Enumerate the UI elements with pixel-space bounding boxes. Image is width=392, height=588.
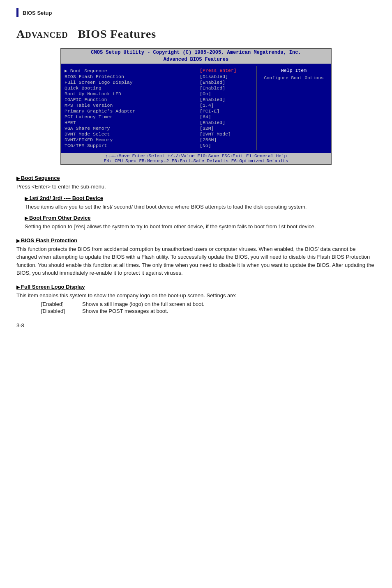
bios-row: MPS Table Version[1.4] xyxy=(65,103,253,108)
bios-row-label: BIOS Flash Protection xyxy=(65,74,200,79)
section-heading-boot-sequence: Boot Sequence xyxy=(16,175,376,181)
bios-row: Boot Up Num-Lock LED[On] xyxy=(65,91,253,96)
section-heading-bios-flash-protection: BIOS Flash Protection xyxy=(16,237,376,243)
setting-table-full-screen-logo: [Enabled]Shows a still image (logo) on t… xyxy=(41,301,376,314)
bios-row-label: Primary Graphic's Adapter xyxy=(65,108,200,114)
page-number: 3-8 xyxy=(16,322,376,328)
bios-row-value: [1.4] xyxy=(200,103,253,108)
setting-row: [Disabled]Shows the POST messages at boo… xyxy=(41,308,376,314)
bios-row-value: [256M] xyxy=(200,137,253,142)
bios-row-value: [Enabled] xyxy=(200,85,253,91)
bios-footer-line1: ↑↓→←:Move Enter:Select +/-/:Value F10:Sa… xyxy=(65,154,327,158)
bios-row: Quick Booting[Enabled] xyxy=(65,85,253,91)
bios-help-text: Configure Boot Options xyxy=(260,76,327,80)
bios-row: DVMT/FIXED Memory[256M] xyxy=(65,137,253,142)
header-accent xyxy=(16,8,18,17)
bios-row: DVMT Mode Select[DVMT Mode] xyxy=(65,131,253,137)
bios-row: VGA Share Memory[32M] xyxy=(65,126,253,131)
bios-row: Primary Graphic's Adapter[PCI-E] xyxy=(65,108,253,114)
setting-key: [Enabled] xyxy=(41,301,82,307)
bios-row: PCI Latency Timer[64] xyxy=(65,114,253,119)
bios-row: IOAPIC Function[Enabled] xyxy=(65,97,253,102)
sub-section-heading-boot-from-other: Boot From Other Device xyxy=(25,215,376,221)
bios-row-value: [Disabled] xyxy=(200,74,253,79)
bios-row-value: [On] xyxy=(200,91,253,96)
bios-row-value: [64] xyxy=(200,114,253,119)
bios-row-value: [PCI-E] xyxy=(200,108,253,114)
bios-row-value: [32M] xyxy=(200,126,253,131)
bios-screen: CMOS Setup Utility - Copyright (C) 1985-… xyxy=(60,48,332,165)
bios-row-value: [Enabled] xyxy=(200,97,253,102)
bios-row: Full Screen Logo Display[Enabled] xyxy=(65,80,253,85)
bios-row: HPET[Enabled] xyxy=(65,120,253,125)
bios-right-panel: Help Item Configure Boot Options xyxy=(257,66,331,150)
bios-row-label: TCG/TPM Support xyxy=(65,143,200,148)
bios-row-label: Quick Booting xyxy=(65,85,200,91)
bios-row-label: VGA Share Memory xyxy=(65,126,200,131)
setting-desc: Shows a still image (logo) on the full s… xyxy=(82,301,376,307)
page: BIOS Setup Advanced BIOS Features CMOS S… xyxy=(0,0,392,588)
bios-row-label: PCI Latency Timer xyxy=(65,114,200,119)
sub-section-text-boot-from-other: Setting the option to [Yes] allows the s… xyxy=(25,223,376,231)
bios-row-value: [Enabled] xyxy=(200,80,253,85)
sections-container: Boot SequencePress <Enter> to enter the … xyxy=(16,175,376,314)
page-title: Advanced BIOS Features xyxy=(16,28,376,41)
bios-footer-line2: F4: CPU Spec F5:Memory-2 F8:Fail-Safe De… xyxy=(65,158,327,163)
bios-row-label: HPET xyxy=(65,120,200,125)
bios-row-label: Full Screen Logo Display xyxy=(65,80,200,85)
section-text-full-screen-logo: This item enables this system to show th… xyxy=(16,292,376,300)
setting-row: [Enabled]Shows a still image (logo) on t… xyxy=(41,301,376,307)
section-heading-full-screen-logo: Full Screen Logo Display xyxy=(16,284,376,290)
bios-row-label: DVMT/FIXED Memory xyxy=(65,137,200,142)
bios-subtitle: Advanced BIOS Features xyxy=(61,56,331,64)
setting-key: [Disabled] xyxy=(41,308,82,314)
sub-section-heading-boot-device: 1st/ 2nd/ 3rd/ ---- Boot Device xyxy=(25,195,376,201)
page-title-main: BIOS Features xyxy=(78,28,157,40)
section-text-boot-sequence: Press <Enter> to enter the sub-menu. xyxy=(16,183,376,191)
sub-section-text-boot-device: These items allow you to set the first/ … xyxy=(25,203,376,211)
bios-row: TCG/TPM Support[No] xyxy=(65,143,253,148)
page-title-prefix: Advanced xyxy=(16,28,68,40)
bios-left-panel: ▶ Boot Sequence[Press Enter]BIOS Flash P… xyxy=(61,66,257,150)
bios-row-label: IOAPIC Function xyxy=(65,97,200,102)
header-bar: BIOS Setup xyxy=(16,8,376,20)
bios-row-value: [Press Enter] xyxy=(200,68,253,74)
bios-row-value: [DVMT Mode] xyxy=(200,131,253,137)
bios-row: ▶ Boot Sequence[Press Enter] xyxy=(65,68,253,74)
setting-desc: Shows the POST messages at boot. xyxy=(82,308,376,314)
bios-row-label: ▶ Boot Sequence xyxy=(65,68,200,74)
bios-row-value: [Enabled] xyxy=(200,120,253,125)
bios-footer: ↑↓→←:Move Enter:Select +/-/:Value F10:Sa… xyxy=(61,153,331,164)
header-title: BIOS Setup xyxy=(23,10,52,16)
bios-row-label: Boot Up Num-Lock LED xyxy=(65,91,200,96)
bios-row: BIOS Flash Protection[Disabled] xyxy=(65,74,253,79)
bios-help-title: Help Item xyxy=(260,68,327,73)
bios-row-label: DVMT Mode Select xyxy=(65,131,200,137)
bios-body: ▶ Boot Sequence[Press Enter]BIOS Flash P… xyxy=(61,64,331,153)
bios-row-label: MPS Table Version xyxy=(65,103,200,108)
bios-row-value: [No] xyxy=(200,143,253,148)
bios-title-bar: CMOS Setup Utility - Copyright (C) 1985-… xyxy=(61,49,331,56)
section-text-bios-flash-protection: This function protects the BIOS from acc… xyxy=(16,245,376,277)
